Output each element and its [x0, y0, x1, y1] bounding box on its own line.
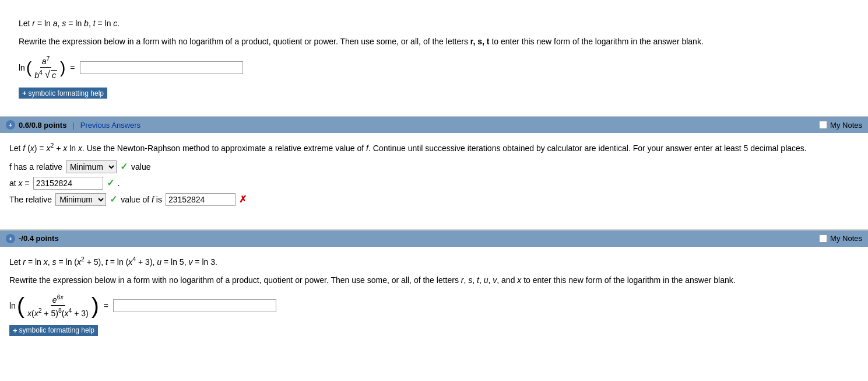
- symbolic-plus-icon: +: [22, 89, 27, 97]
- section2-row3-pre: The relative: [9, 195, 52, 204]
- problem-section-3: + -/0.4 points My Notes Let r = ln x, s …: [0, 229, 868, 344]
- section2-row2-dot: .: [118, 179, 120, 188]
- section2-row2-input[interactable]: [33, 177, 103, 190]
- problem-section-2: + 0.6/0.8 points | Previous Answers My N…: [0, 117, 868, 218]
- section2-points: 0.6/0.8 points: [19, 121, 66, 130]
- section2-row2: at x = ✓ .: [9, 177, 859, 190]
- section1-answer-input[interactable]: [80, 61, 243, 74]
- section3-body: Let r = ln x, s = ln (x2 + 5), t = ln (x…: [0, 247, 868, 344]
- section2-row3-post: value of f is: [121, 195, 162, 204]
- section1-ln: ln ( a7 b4 √c ): [19, 55, 65, 81]
- section3-header: + -/0.4 points My Notes: [0, 230, 868, 247]
- problem-section-1: Let r = ln a, s = ln b, t = ln c. Rewrit…: [0, 0, 868, 117]
- section1-symbolic-btn-wrapper: + symbolic formatting help: [19, 88, 849, 99]
- section2-row1-pre: f has a relative: [9, 162, 62, 172]
- section3-equals: =: [104, 301, 108, 310]
- section3-symbolic-btn-wrapper: + symbolic formatting help: [9, 325, 859, 336]
- section2-row3-select[interactable]: Minimum Maximum: [55, 193, 106, 206]
- section2-separator: |: [72, 121, 74, 130]
- section2-notes-label: My Notes: [830, 121, 862, 130]
- section3-notes-checkbox[interactable]: [819, 235, 827, 243]
- section2-intro: Let f (x) = x2 + x ln x. Use the Newton-…: [9, 141, 859, 155]
- section3-badge: +: [6, 234, 15, 243]
- section2-row1: f has a relative Minimum Maximum ✓ value: [9, 160, 859, 173]
- section2-notes-checkbox[interactable]: [819, 121, 827, 129]
- section3-header-left: + -/0.4 points: [6, 234, 59, 243]
- section3-intro1: Let r = ln x, s = ln (x2 + 5), t = ln (x…: [9, 255, 859, 268]
- section2-header: + 0.6/0.8 points | Previous Answers My N…: [0, 117, 868, 133]
- section3-my-notes[interactable]: My Notes: [819, 234, 862, 243]
- section3-symbolic-btn[interactable]: + symbolic formatting help: [9, 325, 98, 336]
- section1-fraction: a7 b4 √c: [33, 55, 59, 81]
- section2-prev-answers[interactable]: Previous Answers: [80, 121, 140, 130]
- section2-row3: The relative Minimum Maximum ✓ value of …: [9, 193, 859, 206]
- section2-my-notes[interactable]: My Notes: [819, 121, 862, 130]
- section2-body: Let f (x) = x2 + x ln x. Use the Newton-…: [0, 133, 868, 218]
- section2-row1-select[interactable]: Minimum Maximum: [66, 160, 117, 173]
- section2-row2-pre: at x =: [9, 179, 30, 188]
- section1-intro1-text: Let r = ln a, s = ln b, t = ln c.: [19, 19, 120, 28]
- section3-answer-input[interactable]: [113, 299, 276, 312]
- section1-intro1: Let r = ln a, s = ln b, t = ln c.: [19, 18, 849, 30]
- section3-fraction: e6x x(x2 + 5)8(x4 + 3): [26, 293, 90, 318]
- section3-math: ln ( e6x x(x2 + 5)8(x4 + 3) ) =: [9, 293, 859, 318]
- section2-row3-input[interactable]: [166, 193, 236, 206]
- section3-notes-label: My Notes: [830, 234, 862, 243]
- section2-badge: +: [6, 120, 15, 130]
- section2-row1-post: value: [131, 162, 150, 172]
- section1-math: ln ( a7 b4 √c ) =: [19, 55, 849, 81]
- section1-equals: =: [70, 63, 75, 72]
- section2-row3-check: ✓: [110, 194, 117, 205]
- section2-row2-check: ✓: [107, 177, 114, 188]
- section3-ln-wrapper: ln ( e6x x(x2 + 5)8(x4 + 3) ): [9, 293, 99, 318]
- section1-intro2: Rewrite the expression below in a form w…: [19, 36, 849, 48]
- section2-header-left: + 0.6/0.8 points | Previous Answers: [6, 120, 140, 130]
- section3-points: -/0.4 points: [19, 234, 59, 243]
- section3-symbolic-plus-icon: +: [13, 326, 17, 335]
- section2-row1-check: ✓: [120, 161, 128, 172]
- section1-symbolic-btn[interactable]: + symbolic formatting help: [19, 88, 107, 99]
- section3-intro2: Rewrite the expression below in a form w…: [9, 274, 859, 286]
- section2-row3-x: ✗: [239, 194, 247, 205]
- section3-symbolic-label: symbolic formatting help: [19, 326, 94, 334]
- section1-body: Let r = ln a, s = ln b, t = ln c. Rewrit…: [9, 9, 859, 107]
- section1-symbolic-label: symbolic formatting help: [29, 89, 104, 97]
